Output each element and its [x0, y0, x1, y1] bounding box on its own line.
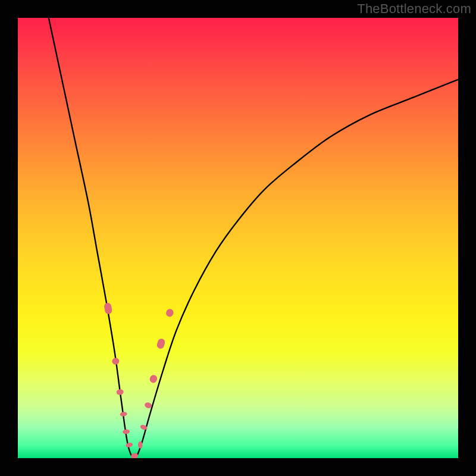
curve-layer	[49, 18, 458, 458]
bottleneck-curve	[49, 18, 458, 458]
bead	[104, 302, 112, 315]
bead	[111, 358, 120, 365]
bead	[126, 442, 133, 448]
plot-area	[18, 18, 458, 458]
watermark-text: TheBottleneck.com	[357, 1, 471, 17]
bead	[156, 338, 165, 350]
highlight-beads	[104, 302, 174, 458]
bead	[149, 374, 158, 384]
bead	[165, 308, 174, 318]
bead	[138, 441, 143, 449]
chart-frame: TheBottleneck.com	[0, 0, 476, 476]
plot-svg	[18, 18, 458, 458]
bead	[120, 411, 127, 416]
bead	[116, 389, 124, 395]
bead	[123, 429, 130, 434]
